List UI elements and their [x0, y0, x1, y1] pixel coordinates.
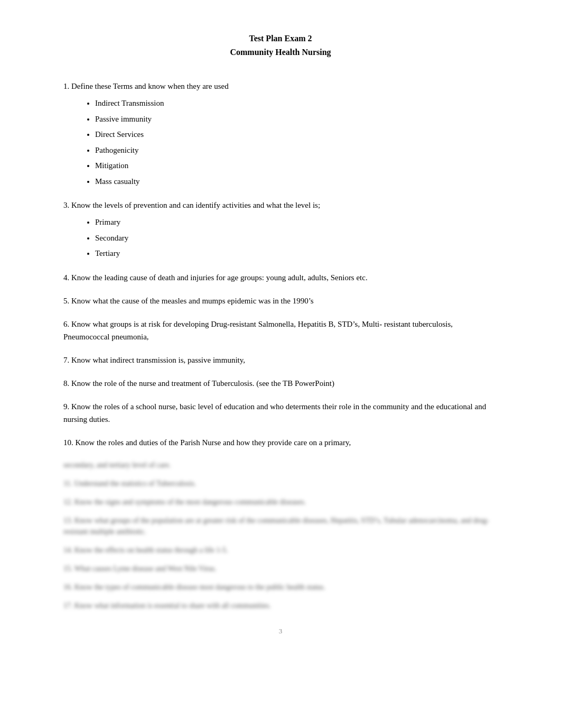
section-4: 4. Know the leading cause of death and i…	[63, 271, 498, 284]
blurred-line: 11. Understand the statistics of Tubercu…	[63, 478, 498, 489]
section-9-text: 9. Know the roles of a school nurse, bas…	[63, 400, 498, 426]
section-1-list: Indirect TransmissionPassive immunityDir…	[95, 97, 498, 188]
blurred-line: 17. Know what information is essential t…	[63, 600, 498, 611]
section-3-label: 3. Know the levels of prevention and can…	[63, 199, 498, 211]
list-item: Mass casualty	[95, 175, 498, 189]
section-3-list: PrimarySecondaryTertiary	[95, 216, 498, 261]
document-header: Test Plan Exam 2 Community Health Nursin…	[63, 32, 498, 59]
section-5: 5. Know what the cause of the measles an…	[63, 294, 498, 307]
list-item: Tertiary	[95, 247, 498, 261]
section-1: 1. Define these Terms and know when they…	[63, 80, 498, 188]
blurred-line: 16. Know the types of communicable disea…	[63, 582, 498, 593]
section-7: 7. Know what indirect transmission is, p…	[63, 354, 498, 366]
blurred-content: secondary, and tertiary level of care.11…	[63, 459, 498, 611]
list-item: Primary	[95, 216, 498, 229]
section-10-text: 10. Know the roles and duties of the Par…	[63, 436, 498, 449]
list-item: Secondary	[95, 232, 498, 245]
blurred-line: 15. What causes Lyme disease and West Ni…	[63, 563, 498, 574]
list-item: Passive immunity	[95, 113, 498, 126]
blurred-line: 14. Know the effects on health status th…	[63, 545, 498, 556]
list-item: Direct Services	[95, 128, 498, 142]
page-number: 3	[63, 627, 498, 635]
list-item: Mitigation	[95, 159, 498, 173]
section-3: 3. Know the levels of prevention and can…	[63, 199, 498, 261]
section-9: 9. Know the roles of a school nurse, bas…	[63, 400, 498, 426]
section-8-text: 8. Know the role of the nurse and treatm…	[63, 377, 498, 390]
section-5-text: 5. Know what the cause of the measles an…	[63, 294, 498, 307]
blurred-line: secondary, and tertiary level of care.	[63, 459, 498, 471]
section-1-label: 1. Define these Terms and know when they…	[63, 80, 498, 93]
header-line1: Test Plan Exam 2	[63, 32, 498, 45]
header-line2: Community Health Nursing	[63, 45, 498, 59]
blurred-line: 13. Know what groups of the population a…	[63, 515, 498, 537]
section-7-text: 7. Know what indirect transmission is, p…	[63, 354, 498, 366]
section-8: 8. Know the role of the nurse and treatm…	[63, 377, 498, 390]
list-item: Indirect Transmission	[95, 97, 498, 110]
section-6-text: 6. Know what groups is at risk for devel…	[63, 318, 498, 343]
section-10: 10. Know the roles and duties of the Par…	[63, 436, 498, 449]
list-item: Pathogenicity	[95, 144, 498, 158]
section-4-text: 4. Know the leading cause of death and i…	[63, 271, 498, 284]
section-6: 6. Know what groups is at risk for devel…	[63, 318, 498, 343]
blurred-line: 12. Know the signs and symptoms of the m…	[63, 496, 498, 508]
